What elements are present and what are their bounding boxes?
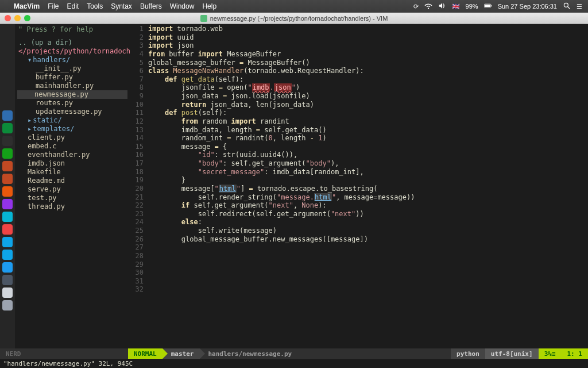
- tree-file[interactable]: serve.py: [18, 185, 126, 194]
- menu-buffers[interactable]: Buffers: [140, 2, 162, 10]
- statusline-percent: 3% ≡: [539, 348, 562, 359]
- tree-dir[interactable]: ▸static/: [18, 116, 126, 125]
- sync-icon[interactable]: ⟳: [413, 3, 419, 10]
- menu-window[interactable]: Window: [170, 2, 195, 10]
- menu-help[interactable]: Help: [202, 2, 216, 10]
- tree-label: buffer.py: [36, 73, 73, 81]
- tree-label: test.py: [28, 194, 57, 202]
- dock-app-15[interactable]: [2, 300, 13, 310]
- tree-label: templates/: [33, 125, 74, 133]
- menubar-tray: ⟳ 🇬🇧 99% Sun 27 Sep 23:06:31 ☰: [413, 2, 582, 11]
- tree-file[interactable]: newmessage.py: [17, 90, 127, 99]
- tree-label: static/: [33, 116, 62, 124]
- dock-app-2[interactable]: [2, 136, 13, 146]
- nerdtree-help: " Press ? for help: [18, 25, 126, 34]
- dock-app-13[interactable]: [2, 275, 13, 285]
- nerdtree-cwd: </projects/python/tornadochat/: [18, 47, 126, 56]
- statusline-branch: master: [163, 348, 200, 359]
- statusline-encoding: utf-8[unix]: [485, 348, 539, 359]
- tree-file[interactable]: thread.py: [18, 202, 126, 211]
- wifi-icon[interactable]: [424, 2, 432, 11]
- dock-app-7[interactable]: [2, 199, 13, 209]
- source-text[interactable]: import tornado.webimport uuidimport json…: [148, 25, 588, 348]
- battery-icon[interactable]: [484, 2, 492, 11]
- tree-label: embed.c: [28, 142, 57, 150]
- tree-file[interactable]: eventhandler.py: [18, 151, 126, 159]
- tree-file[interactable]: __init__.py: [18, 64, 126, 73]
- menubar-menus: FileEditToolsSyntaxBuffersWindowHelp: [48, 2, 216, 10]
- statusline-filetype: python: [451, 348, 485, 359]
- tree-label: imdb.json: [28, 159, 65, 167]
- dock-app-12[interactable]: [2, 262, 13, 273]
- dock-app-6[interactable]: [2, 186, 13, 197]
- menu-tools[interactable]: Tools: [87, 2, 103, 10]
- nerdtree-updir[interactable]: .. (up a dir): [18, 39, 126, 47]
- dock-app-5[interactable]: [2, 174, 13, 184]
- svg-point-3: [564, 3, 568, 7]
- tree-label: mainhandler.py: [36, 82, 94, 90]
- dock-app-4[interactable]: [2, 161, 13, 171]
- dock-app-9[interactable]: [2, 224, 13, 235]
- tree-dir[interactable]: ▸templates/: [18, 125, 126, 133]
- tree-file[interactable]: Readme.md: [18, 177, 126, 185]
- dock-app-14[interactable]: [2, 288, 13, 298]
- tree-label: eventhandler.py: [28, 151, 90, 159]
- dock: [0, 24, 15, 348]
- statusline-position: 1: 1: [562, 348, 589, 359]
- tree-file[interactable]: test.py: [18, 194, 126, 202]
- tree-label: newmessage.py: [34, 90, 88, 98]
- tree-dir[interactable]: ▾handlers/: [18, 56, 126, 64]
- notification-center-icon[interactable]: ☰: [577, 3, 582, 10]
- menu-file[interactable]: File: [48, 2, 59, 10]
- dock-app-1[interactable]: [2, 123, 13, 133]
- window-titlebar: newmessage.py (~/projects/python/tornado…: [0, 13, 588, 24]
- dock-app-8[interactable]: [2, 212, 13, 222]
- command-line[interactable]: "handlers/newmessage.py" 32L, 945C: [0, 359, 588, 368]
- tree-file[interactable]: Makefile: [18, 168, 126, 177]
- tree-label: updatemessage.py: [36, 108, 102, 116]
- tree-file[interactable]: routes.py: [18, 99, 126, 108]
- tree-toggle-icon[interactable]: ▾: [28, 56, 32, 64]
- nerdtree-sidebar[interactable]: " Press ? for help .. (up a dir) </proje…: [15, 24, 130, 348]
- tree-file[interactable]: buffer.py: [18, 73, 126, 82]
- menubar-clock[interactable]: Sun 27 Sep 23:06:31: [498, 3, 557, 10]
- statusline-inactive: NERD: [0, 348, 128, 359]
- dock-app-3[interactable]: [2, 148, 13, 159]
- tree-toggle-icon[interactable]: ▸: [28, 125, 32, 133]
- traffic-lights: [5, 15, 30, 21]
- tree-label: handlers/: [33, 56, 70, 64]
- code-pane[interactable]: 1234567891011121314151617181920212223242…: [130, 24, 588, 348]
- menubar-app-name[interactable]: MacVim: [14, 2, 40, 10]
- tree-file[interactable]: client.py: [18, 133, 126, 142]
- svg-rect-1: [485, 5, 490, 7]
- tree-toggle-icon[interactable]: ▸: [28, 116, 32, 124]
- minimize-button[interactable]: [14, 15, 21, 21]
- tree-label: client.py: [28, 133, 65, 141]
- menu-syntax[interactable]: Syntax: [111, 2, 132, 10]
- statusline-mode: NORMAL: [128, 348, 163, 359]
- document-icon: [200, 15, 207, 22]
- tree-file[interactable]: embed.c: [18, 142, 126, 151]
- zoom-button[interactable]: [24, 15, 30, 21]
- flag-icon[interactable]: 🇬🇧: [452, 3, 460, 10]
- statusline: NERD NORMAL master handlers/newmessage.p…: [0, 348, 588, 359]
- battery-percent: 99%: [466, 3, 478, 10]
- tree-file[interactable]: updatemessage.py: [18, 108, 126, 116]
- tree-file[interactable]: mainhandler.py: [18, 82, 126, 90]
- dock-app-10[interactable]: [2, 237, 13, 247]
- editor-workspace: " Press ? for help .. (up a dir) </proje…: [0, 24, 588, 348]
- volume-icon[interactable]: [438, 2, 446, 11]
- window-title: newmessage.py (~/projects/python/tornado…: [210, 15, 388, 22]
- tree-label: routes.py: [36, 99, 73, 107]
- dock-app-0[interactable]: [2, 110, 13, 121]
- macos-menubar: MacVim FileEditToolsSyntaxBuffersWindowH…: [0, 0, 588, 13]
- spotlight-icon[interactable]: [563, 2, 571, 11]
- menu-edit[interactable]: Edit: [67, 2, 79, 10]
- tree-label: __init__.py: [36, 64, 81, 72]
- tree-file[interactable]: imdb.json: [18, 159, 126, 168]
- tree-label: Makefile: [28, 168, 61, 176]
- dock-app-11[interactable]: [2, 250, 13, 260]
- statusline-path: handlers/newmessage.py: [200, 348, 451, 359]
- close-button[interactable]: [5, 15, 11, 21]
- tree-label: thread.py: [28, 202, 65, 210]
